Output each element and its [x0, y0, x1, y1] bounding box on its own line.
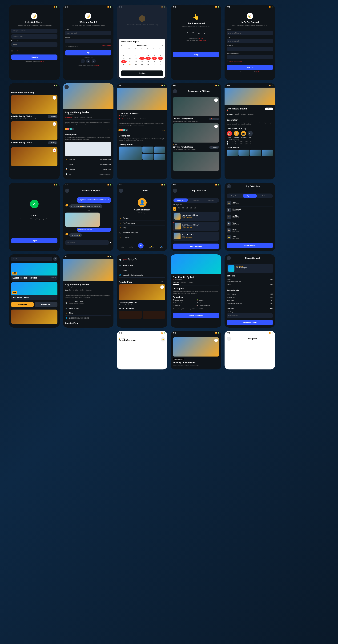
- filter-icon[interactable]: ⇅: [53, 257, 57, 261]
- share-button[interactable]: ↗ Share: [265, 108, 273, 110]
- favorite-icon[interactable]: ♡: [53, 96, 56, 100]
- screen-expenses: ‹Trip Detail Plan Days Plan Expenses Sta…: [225, 183, 275, 251]
- back-icon[interactable]: ‹: [65, 188, 69, 193]
- favorite-icon[interactable]: ♥: [53, 122, 56, 126]
- tab-days-plan[interactable]: Days Plan: [174, 198, 188, 202]
- password-input[interactable]: [11, 42, 57, 47]
- tab-details[interactable]: Details: [74, 117, 78, 118]
- dress-icon: 👔: [65, 168, 68, 171]
- signin-link[interactable]: Sign In: [40, 61, 44, 62]
- train-icon: 🚆: [227, 222, 231, 226]
- calendar-picker: When's Your Trips? ← August, 2023 → SunM…: [119, 39, 165, 78]
- login-button[interactable]: Login: [65, 50, 111, 56]
- screen-home: 9:41📶🔋 👋 Hi MikeGood Afternoon 🔔: [117, 331, 167, 370]
- tab-overview[interactable]: OverView: [65, 117, 72, 118]
- back-icon[interactable]: ‹: [227, 256, 231, 260]
- back-icon[interactable]: ‹: [227, 337, 231, 341]
- nav-profile[interactable]: 👤Profile: [160, 246, 163, 250]
- message-input[interactable]: [65, 240, 109, 245]
- email-input[interactable]: [65, 31, 111, 35]
- forgot-link[interactable]: Forgot password?: [101, 44, 111, 48]
- back-icon[interactable]: ‹: [173, 188, 177, 193]
- clock-icon: 🕐: [227, 141, 228, 142]
- resend-link[interactable]: Resend Code: [198, 40, 206, 42]
- verify-button[interactable]: Verify: [173, 52, 219, 57]
- add-plan-button[interactable]: Add New Plan: [173, 244, 219, 249]
- avatar[interactable]: 👤: [138, 198, 147, 207]
- clock-icon: 🕐: [227, 143, 228, 144]
- day-selected[interactable]: Sat04: [173, 207, 176, 210]
- menu-feedback[interactable]: 🎧Feedback & Support: [119, 230, 165, 235]
- send-icon[interactable]: ➤: [110, 242, 111, 244]
- nav-saved[interactable]: ♡Saved: [129, 246, 133, 250]
- email-input[interactable]: [227, 39, 273, 43]
- menu-settings[interactable]: ⚙Settings: [119, 216, 165, 221]
- tab-expenses[interactable]: Expenses: [243, 194, 257, 198]
- nav-notification[interactable]: 🔔Notification: [149, 246, 154, 250]
- signup-button[interactable]: Sign Up: [227, 65, 273, 70]
- restaurant-icon: 🍴: [234, 131, 239, 136]
- search-input[interactable]: [11, 257, 52, 261]
- back-icon[interactable]: ‹: [227, 184, 231, 188]
- menu-logout[interactable]: ⎋Log Out: [119, 235, 165, 240]
- back-icon[interactable]: ‹: [119, 188, 123, 193]
- tab-statistics[interactable]: Statistics: [204, 198, 219, 202]
- category-tourist[interactable]: 📷Tourist Spot: [240, 131, 246, 138]
- add-expense-button[interactable]: Add Expense: [227, 243, 273, 248]
- start-planning-chip[interactable]: Start Planning: [173, 358, 184, 360]
- prev-month-icon[interactable]: ←: [121, 44, 122, 46]
- next-month-icon[interactable]: →: [162, 44, 163, 46]
- tab-location[interactable]: Location: [87, 117, 92, 118]
- outdoor-icon: 🌳: [197, 300, 198, 301]
- see-all-link[interactable]: See All: [161, 281, 165, 282]
- bathtub-icon: 🛁: [173, 305, 175, 306]
- plan-item[interactable]: Train Kolkata – ShillongTraveling10:00 –…: [173, 212, 219, 221]
- password-input[interactable]: [65, 39, 111, 43]
- message-image[interactable]: [65, 212, 100, 227]
- calendar-day[interactable]: 16: [139, 57, 145, 60]
- map-view[interactable]: [65, 142, 111, 156]
- email-input[interactable]: [11, 34, 57, 39]
- page-title: Let's Get Started: [11, 21, 57, 24]
- name-input[interactable]: [227, 31, 273, 35]
- new-hotel-button[interactable]: New Hotel: [11, 302, 34, 307]
- dining-icon: 🍽: [65, 158, 68, 161]
- request-book-button[interactable]: Request to book: [227, 320, 273, 325]
- menu-pro[interactable]: ★Pro Membership: [119, 221, 165, 226]
- reserve-button[interactable]: Reserve for now: [173, 313, 219, 318]
- expense-item[interactable]: 🚕Taxi04 Jan 2023: [227, 200, 273, 206]
- category-restaurants[interactable]: 🍴Restaurants: [233, 131, 239, 138]
- notification-icon[interactable]: 🔔: [161, 337, 165, 342]
- name-input[interactable]: [11, 28, 57, 33]
- menu-help[interactable]: ?Help: [119, 226, 165, 230]
- facebook-icon[interactable]: f: [81, 59, 85, 63]
- signup-button[interactable]: Sign Up: [11, 54, 57, 60]
- add-trip-button[interactable]: +: [138, 243, 143, 248]
- view-map-button[interactable]: ⊞ View Map: [35, 302, 57, 307]
- login-button[interactable]: Log In: [11, 238, 57, 244]
- tab-review[interactable]: Review: [80, 117, 85, 118]
- hotel-card[interactable]: 450 Lagoon Residences Suites2-star hotel: [11, 263, 57, 280]
- edit-link[interactable]: Edit: [270, 284, 273, 287]
- password-input[interactable]: [227, 47, 273, 51]
- confirm-button[interactable]: Confirm: [121, 70, 163, 76]
- order-button[interactable]: 🛒Place an order: [65, 306, 111, 311]
- menu-button[interactable]: ☰Menu: [65, 311, 111, 316]
- nav-home[interactable]: ⌂Home: [121, 246, 124, 250]
- repassword-input[interactable]: [227, 55, 273, 59]
- twitter-icon[interactable]: 𝕏: [92, 59, 96, 63]
- rating: ★ 4.9: [108, 128, 111, 130]
- restaurant-image[interactable]: ♡: [11, 95, 57, 114]
- back-icon[interactable]: ‹: [173, 89, 177, 93]
- category-more[interactable]: ⋯More: [248, 131, 253, 138]
- back-icon[interactable]: ‹: [65, 85, 69, 89]
- tap-icon: 👆: [173, 14, 219, 20]
- google-icon[interactable]: G: [86, 59, 90, 63]
- otp-digit[interactable]: 5: [185, 30, 190, 35]
- category-hotel[interactable]: 🏨Hotel: [227, 131, 232, 138]
- screen-hotels: ⇅ 450 Lagoon Residences Suites2-star hot…: [9, 254, 60, 328]
- coupon-input[interactable]: [227, 313, 273, 318]
- edit-link[interactable]: Edit: [270, 279, 273, 282]
- signup-link[interactable]: Sign Up: [94, 64, 99, 66]
- tab-expenses[interactable]: Expenses: [189, 198, 203, 202]
